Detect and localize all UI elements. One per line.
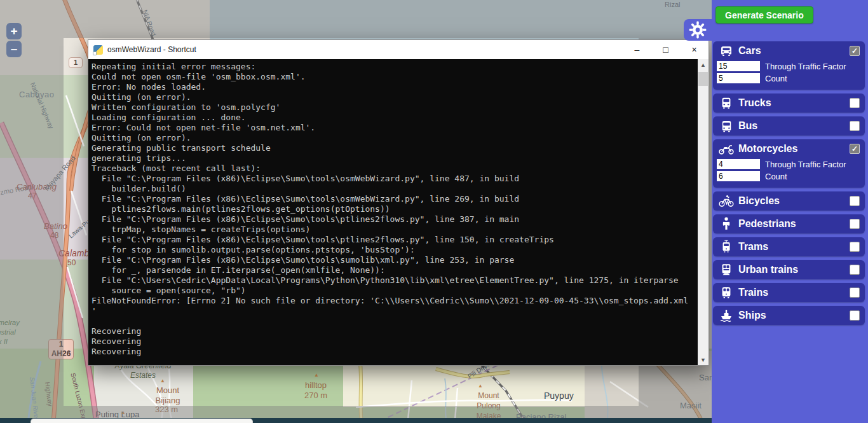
bicycle-icon bbox=[717, 195, 736, 207]
urban-train-icon bbox=[717, 263, 736, 277]
console-line: Quitting (on error). bbox=[92, 133, 698, 143]
vehicle-label-ships: Ships bbox=[738, 310, 766, 321]
trams-checkbox[interactable] bbox=[850, 242, 860, 252]
maximize-button[interactable]: □ bbox=[651, 40, 680, 59]
console-line: for stop in sumolib.output.parse(options… bbox=[92, 245, 698, 255]
cars-count-input[interactable] bbox=[717, 73, 760, 83]
console-line: Error: Could not open net-file 'osm.net.… bbox=[92, 123, 698, 133]
window-title: osmWebWizard - Shortcut bbox=[107, 45, 196, 54]
zoom-in-button[interactable]: + bbox=[6, 23, 22, 39]
console-line: builder.build() bbox=[92, 184, 698, 194]
python-shortcut-icon bbox=[93, 45, 103, 55]
console-line: ptlines2flows.main(ptlines2flows.get_opt… bbox=[92, 204, 698, 214]
console-line: Written configuration to 'osm.polycfg' bbox=[92, 102, 698, 113]
settings-tab[interactable] bbox=[684, 19, 712, 41]
urban-trains-checkbox[interactable] bbox=[850, 265, 860, 275]
vehicle-cards: Cars Through Traffic Factor Count bbox=[713, 41, 865, 329]
close-button[interactable]: × bbox=[680, 40, 709, 59]
motorcycles-through-traffic-input[interactable] bbox=[717, 159, 760, 169]
motorcycles-count-input[interactable] bbox=[717, 171, 760, 181]
map-zoom-control: + – bbox=[6, 23, 22, 59]
car-icon bbox=[717, 43, 736, 59]
vehicle-card-pedestrians: Pedestrians bbox=[713, 214, 865, 233]
console-line: Error: No nodes loaded. bbox=[92, 82, 698, 92]
vehicle-card-trucks: Trucks bbox=[713, 94, 865, 113]
count-label: Count bbox=[765, 74, 787, 83]
vehicle-card-cars: Cars Through Traffic Factor Count bbox=[713, 41, 865, 90]
minimize-button[interactable]: – bbox=[623, 40, 651, 59]
console-line: File "C:\Program Files (x86)\Eclipse\Sum… bbox=[92, 174, 698, 184]
generate-scenario-button[interactable]: Generate Scenario bbox=[715, 6, 813, 24]
console-line: Loading configuration ... done. bbox=[92, 113, 698, 123]
console-line: File "C:\Program Files (x86)\Eclipse\Sum… bbox=[92, 214, 698, 225]
bus-checkbox[interactable] bbox=[850, 121, 860, 131]
cars-through-traffic-input[interactable] bbox=[717, 61, 760, 71]
motorcycle-icon bbox=[717, 142, 736, 155]
vehicle-label-bus: Bus bbox=[738, 120, 757, 132]
console-line: Recovering bbox=[92, 336, 698, 347]
vehicle-card-trams: Trams bbox=[713, 237, 865, 256]
bicycles-checkbox[interactable] bbox=[850, 196, 860, 206]
vehicle-label-bicycles: Bicycles bbox=[738, 195, 780, 207]
vehicle-sidebar: Generate Scenario Cars Through Traffic F… bbox=[712, 0, 868, 423]
scrollbar-thumb[interactable] bbox=[698, 72, 708, 86]
scroll-up-arrow[interactable]: ▲ bbox=[698, 59, 709, 70]
console-scrollbar[interactable]: ▲ ▼ bbox=[698, 59, 709, 365]
window-controls: – □ × bbox=[623, 40, 709, 59]
vehicle-card-urban-trains: Urban trains bbox=[713, 260, 865, 279]
through-traffic-label: Through Traffic Factor bbox=[765, 160, 846, 169]
vehicle-label-motorcycles: Motorcycles bbox=[738, 143, 797, 155]
peak-icon: ▲ bbox=[121, 410, 126, 415]
ship-icon bbox=[717, 309, 736, 322]
vehicle-card-ships: Ships bbox=[713, 306, 865, 325]
minus-icon: – bbox=[11, 42, 18, 56]
vehicle-card-bus: Bus bbox=[713, 116, 865, 135]
vehicle-card-motorcycles: Motorcycles Through Traffic Factor Count bbox=[713, 139, 865, 188]
console-line: Could not open osm-file 'osm_bbox.osm.xm… bbox=[92, 72, 698, 82]
console-line: Repeating initial error messages: bbox=[92, 62, 698, 72]
console-line: ' bbox=[92, 306, 698, 316]
console-line: Recovering bbox=[92, 347, 698, 357]
cars-checkbox[interactable] bbox=[850, 46, 860, 56]
console-line: File "C:\Program Files (x86)\Eclipse\Sum… bbox=[92, 235, 698, 245]
console-line: File "C:\Program Files (x86)\Eclipse\Sum… bbox=[92, 255, 698, 265]
gear-icon bbox=[689, 21, 707, 39]
console-line: Recovering bbox=[92, 326, 698, 336]
vehicle-label-urban-trains: Urban trains bbox=[738, 264, 798, 275]
tram-icon bbox=[717, 240, 736, 254]
vehicle-label-pedestrians: Pedestrians bbox=[738, 218, 796, 230]
trucks-checkbox[interactable] bbox=[850, 98, 860, 108]
console-line: FileNotFoundError: [Errno 2] No such fil… bbox=[92, 296, 698, 306]
console-line: Quitting (on error). bbox=[92, 92, 698, 102]
count-label: Count bbox=[765, 172, 787, 181]
console-output: Repeating initial error messages:Could n… bbox=[88, 59, 698, 365]
train-icon bbox=[717, 286, 736, 300]
vehicle-label-trucks: Trucks bbox=[738, 97, 771, 109]
vehicle-label-trains: Trains bbox=[738, 287, 768, 298]
plus-icon: + bbox=[10, 24, 17, 38]
console-titlebar[interactable]: osmWebWizard - Shortcut – □ × bbox=[88, 40, 709, 59]
scroll-down-arrow[interactable]: ▼ bbox=[698, 354, 709, 365]
vehicle-label-cars: Cars bbox=[738, 45, 761, 57]
console-line: Generating public transport schedule bbox=[92, 143, 698, 153]
through-traffic-label: Through Traffic Factor bbox=[765, 62, 846, 71]
osm-web-wizard-screen: Rizal Cabuyao NIA Road National Highway … bbox=[0, 0, 868, 423]
pedestrian-icon bbox=[717, 217, 736, 231]
console-line: generating trips... bbox=[92, 153, 698, 163]
vehicle-card-trains: Trains bbox=[713, 283, 865, 302]
truck-icon bbox=[717, 96, 736, 110]
console-line: File "C:\Users\Cedric\AppData\Local\Prog… bbox=[92, 275, 698, 286]
console-line: File "C:\Program Files (x86)\Eclipse\Sum… bbox=[92, 194, 698, 204]
vehicle-label-trams: Trams bbox=[738, 241, 768, 253]
console-line: source = open(source, "rb") bbox=[92, 286, 698, 296]
console-line: Traceback (most recent call last): bbox=[92, 163, 698, 174]
bus-icon bbox=[717, 119, 736, 134]
vehicle-card-bicycles: Bicycles bbox=[713, 191, 865, 211]
bottom-popup-edge bbox=[31, 419, 253, 423]
motorcycles-checkbox[interactable] bbox=[850, 144, 860, 154]
ships-checkbox[interactable] bbox=[850, 310, 860, 321]
trains-checkbox[interactable] bbox=[850, 288, 860, 298]
pedestrians-checkbox[interactable] bbox=[850, 219, 860, 229]
console-window: osmWebWizard - Shortcut – □ × Repeating … bbox=[88, 39, 709, 366]
zoom-out-button[interactable]: – bbox=[6, 41, 22, 57]
